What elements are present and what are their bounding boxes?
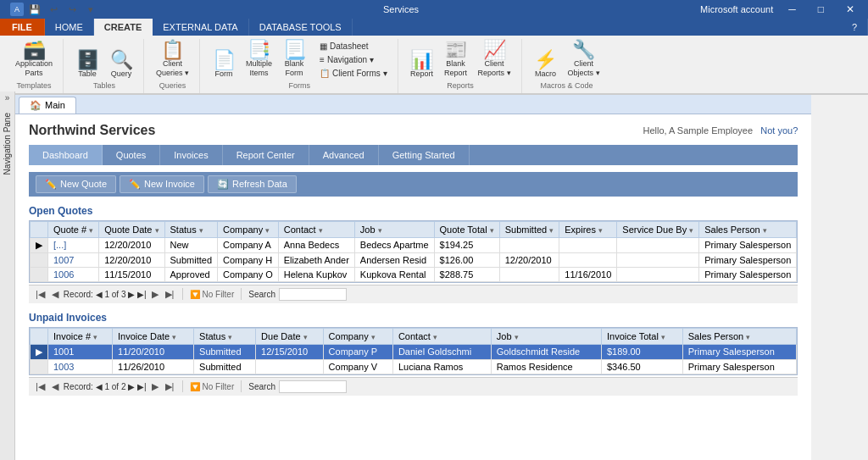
qa-dropdown[interactable]: ▾ bbox=[83, 2, 98, 17]
col-status[interactable]: Status ▾ bbox=[164, 221, 218, 237]
forms-small-group: ▦ Datasheet ≡ Navigation ▾ 📋 Client Form… bbox=[316, 40, 390, 80]
inv-no-filter-btn[interactable]: 🔽 No Filter bbox=[190, 382, 234, 391]
report-btn[interactable]: 📊 Report bbox=[407, 49, 437, 80]
nav-pane-toggle[interactable]: » bbox=[3, 91, 12, 104]
invoice-num[interactable]: 1003 bbox=[48, 359, 113, 374]
minimize-btn[interactable]: ─ bbox=[782, 3, 803, 15]
quick-access-toolbar: A 💾 ↩ ↪ ▾ bbox=[7, 2, 102, 17]
col-inv-job[interactable]: Job ▾ bbox=[491, 328, 601, 344]
unpaid-invoices-row[interactable]: ▶ 1001 11/20/2010 Submitted 12/15/2010 C… bbox=[31, 344, 797, 359]
invoices-search-input[interactable] bbox=[279, 380, 347, 393]
separator bbox=[182, 288, 183, 300]
nav-tab-quotes[interactable]: Quotes bbox=[103, 145, 160, 165]
status: Approved bbox=[164, 267, 218, 281]
sales-person: Primary Salesperson bbox=[699, 267, 797, 281]
undo-qa-btn[interactable]: ↩ bbox=[46, 2, 61, 17]
client-forms-btn[interactable]: 📋 Client Forms ▾ bbox=[316, 67, 390, 80]
col-inv-contact[interactable]: Contact ▾ bbox=[392, 328, 491, 344]
action-bar: ✏️ New Quote ✏️ New Invoice 🔄 Refresh Da… bbox=[29, 172, 798, 197]
redo-qa-btn[interactable]: ↪ bbox=[64, 2, 80, 17]
prev-record-btn[interactable]: ◀ bbox=[50, 289, 60, 300]
quotes-search-input[interactable] bbox=[279, 288, 347, 301]
col-inv-status[interactable]: Status ▾ bbox=[194, 328, 256, 344]
ribbon-group-forms: 📄 Form 📑 MultipleItems 📃 BlankForm ▦ Dat… bbox=[202, 39, 398, 93]
new-invoice-btn[interactable]: ✏️ New Invoice bbox=[120, 175, 204, 193]
tab-file[interactable]: FILE bbox=[0, 19, 45, 36]
app-user: Hello, A Sample Employee Not you? bbox=[643, 125, 798, 136]
nav-tab-dashboard[interactable]: Dashboard bbox=[29, 145, 103, 165]
form-btn[interactable]: 📄 Form bbox=[209, 49, 239, 80]
col-quote-num[interactable]: Quote # ▾ bbox=[48, 221, 99, 237]
account-label[interactable]: Microsoft account bbox=[700, 4, 773, 14]
main-doc-tab[interactable]: 🏠 Main bbox=[19, 97, 76, 114]
col-quote-total[interactable]: Quote Total ▾ bbox=[434, 221, 499, 237]
save-qa-btn[interactable]: 💾 bbox=[27, 2, 42, 17]
nav-tab-invoices[interactable]: Invoices bbox=[160, 145, 222, 165]
next-record-btn[interactable]: ▶ bbox=[150, 289, 160, 300]
col-invoice-total[interactable]: Invoice Total ▾ bbox=[601, 328, 682, 344]
tab-home[interactable]: HOME bbox=[45, 19, 94, 36]
tab-database-tools[interactable]: DATABASE TOOLS bbox=[249, 19, 353, 36]
col-invoice-num[interactable]: Invoice # ▾ bbox=[48, 328, 113, 344]
datasheet-btn[interactable]: ▦ Datasheet bbox=[316, 40, 390, 53]
invoice-num[interactable]: 1001 bbox=[48, 344, 113, 359]
open-quotes-row[interactable]: 1006 11/15/2010 Approved Company O Helen… bbox=[31, 267, 797, 281]
col-invoice-date[interactable]: Invoice Date ▾ bbox=[113, 328, 194, 344]
help-btn[interactable]: ? bbox=[842, 19, 868, 36]
table-btn[interactable]: 🗄️ Table bbox=[72, 49, 103, 80]
refresh-icon: 🔄 bbox=[217, 179, 229, 190]
new-quote-btn[interactable]: ✏️ New Quote bbox=[36, 175, 116, 193]
col-service-due[interactable]: Service Due By ▾ bbox=[617, 221, 699, 237]
inv-first-btn[interactable]: |◀ bbox=[34, 381, 47, 392]
blank-form-btn[interactable]: 📃 BlankForm bbox=[279, 39, 309, 80]
inv-filter-icon: 🔽 bbox=[190, 382, 200, 391]
unpaid-invoices-row[interactable]: 1003 11/26/2010 Submitted Company V Luci… bbox=[31, 359, 797, 374]
new-invoice-icon: ✏️ bbox=[129, 179, 141, 190]
client-reports-btn[interactable]: 📈 ClientReports ▾ bbox=[475, 39, 515, 80]
status: Submitted bbox=[164, 252, 218, 267]
nav-tab-getting-started[interactable]: Getting Started bbox=[379, 145, 470, 165]
last-record-btn[interactable]: ▶| bbox=[164, 289, 176, 300]
col-inv-company[interactable]: Company ▾ bbox=[323, 328, 392, 344]
col-due-date[interactable]: Due Date ▾ bbox=[256, 328, 324, 344]
close-btn[interactable]: ✕ bbox=[839, 3, 861, 15]
inv-next-btn[interactable]: ▶ bbox=[150, 381, 160, 392]
col-expires[interactable]: Expires ▾ bbox=[559, 221, 617, 237]
open-quotes-row[interactable]: 1007 12/20/2010 Submitted Company H Eliz… bbox=[31, 252, 797, 267]
first-record-btn[interactable]: |◀ bbox=[34, 289, 47, 300]
tab-create[interactable]: CREATE bbox=[94, 19, 153, 36]
client-queries-btn[interactable]: 📋 ClientQueries ▾ bbox=[153, 39, 192, 80]
quote-num[interactable]: [...] bbox=[48, 237, 99, 252]
nav-tab-advanced[interactable]: Advanced bbox=[309, 145, 379, 165]
record-count-invoices: Record: ◀ 1 of 2 ▶ ▶| bbox=[64, 382, 147, 391]
application-parts-btn[interactable]: 🗃️ ApplicationParts bbox=[12, 39, 56, 80]
macro-btn[interactable]: ⚡ Macro bbox=[531, 49, 561, 80]
col-inv-sales-person[interactable]: Sales Person ▾ bbox=[682, 328, 797, 344]
multiple-items-btn[interactable]: 📑 MultipleItems bbox=[242, 39, 275, 80]
tab-external-data[interactable]: EXTERNAL DATA bbox=[153, 19, 248, 36]
inv-last-btn[interactable]: ▶| bbox=[164, 381, 176, 392]
no-filter-btn[interactable]: 🔽 No Filter bbox=[190, 290, 234, 299]
navigation-btn[interactable]: ≡ Navigation ▾ bbox=[316, 53, 390, 66]
inv-sales-person: Primary Salesperson bbox=[682, 359, 797, 374]
open-quotes-row[interactable]: ▶ [...] 12/20/2010 New Company A Anna Be… bbox=[31, 237, 797, 252]
quote-num[interactable]: 1006 bbox=[48, 267, 99, 281]
app-title: Northwind Services bbox=[29, 123, 155, 138]
quote-num[interactable]: 1007 bbox=[48, 252, 99, 267]
blank-report-btn[interactable]: 📰 BlankReport bbox=[441, 39, 471, 80]
client-objects-btn[interactable]: 🔧 ClientObjects ▾ bbox=[565, 39, 604, 80]
refresh-data-btn[interactable]: 🔄 Refresh Data bbox=[208, 175, 297, 193]
not-you-link[interactable]: Not you? bbox=[760, 125, 798, 136]
col-sales-person[interactable]: Sales Person ▾ bbox=[699, 221, 797, 237]
col-submitted[interactable]: Submitted ▾ bbox=[499, 221, 559, 237]
col-company[interactable]: Company ▾ bbox=[218, 221, 279, 237]
col-quote-date[interactable]: Quote Date ▾ bbox=[99, 221, 164, 237]
reports-group-label: Reports bbox=[447, 81, 474, 90]
query-btn[interactable]: 🔍 Query bbox=[106, 49, 136, 80]
nav-tab-report-center[interactable]: Report Center bbox=[223, 145, 309, 165]
col-job[interactable]: Job ▾ bbox=[354, 221, 434, 237]
col-contact[interactable]: Contact ▾ bbox=[278, 221, 354, 237]
client-reports-icon: 📈 bbox=[483, 41, 506, 59]
inv-prev-btn[interactable]: ◀ bbox=[50, 381, 60, 392]
maximize-btn[interactable]: □ bbox=[811, 3, 831, 15]
